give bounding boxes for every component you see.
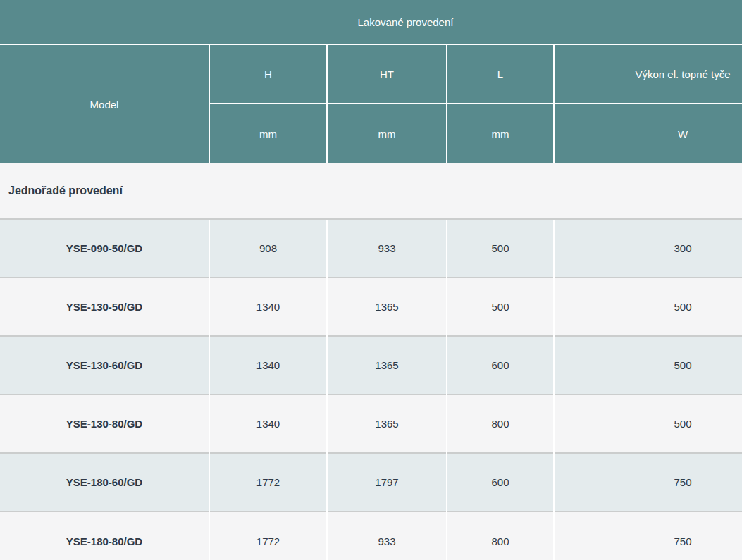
l-cell: 500: [447, 219, 554, 278]
table-title-row: Lakované provedení: [0, 0, 742, 44]
ht-cell: 1365: [327, 278, 447, 336]
model-cell: YSE-180-60/GD: [0, 453, 209, 511]
model-cell: YSE-130-50/GD: [0, 278, 209, 336]
section-header-label: Jednořadé provedení: [0, 163, 742, 219]
table-row: YSE-180-80/GD 1772 933 800 750: [0, 511, 742, 560]
table-row: YSE-130-80/GD 1340 1365 800 500: [0, 394, 742, 453]
model-cell: YSE-130-80/GD: [0, 394, 209, 453]
unit-ht: mm: [327, 104, 447, 163]
h-cell: 1772: [209, 511, 327, 560]
column-header-row: Model H HT L Výkon el. topné tyče: [0, 44, 742, 104]
unit-power: W: [554, 104, 742, 163]
l-cell: 600: [447, 453, 554, 511]
column-header-power: Výkon el. topné tyče: [554, 44, 742, 104]
power-cell: 750: [554, 453, 742, 511]
product-spec-table: Lakované provedení Model H HT L Výkon el…: [0, 0, 742, 560]
column-header-ht: HT: [327, 44, 447, 104]
ht-cell: 1797: [327, 453, 447, 511]
power-cell: 500: [554, 394, 742, 453]
table-header: Lakované provedení Model H HT L Výkon el…: [0, 0, 742, 163]
h-cell: 1772: [209, 453, 327, 511]
ht-cell: 1365: [327, 394, 447, 453]
table-row: YSE-180-60/GD 1772 1797 600 750: [0, 453, 742, 511]
model-cell: YSE-090-50/GD: [0, 219, 209, 278]
unit-h: mm: [209, 104, 327, 163]
h-cell: 1340: [209, 336, 327, 394]
column-header-h: H: [209, 44, 327, 104]
table-row: YSE-130-50/GD 1340 1365 500 500: [0, 278, 742, 336]
column-header-l: L: [447, 44, 554, 104]
ht-cell: 933: [327, 219, 447, 278]
l-cell: 800: [447, 511, 554, 560]
table-row: YSE-090-50/GD 908 933 500 300: [0, 219, 742, 278]
unit-l: mm: [447, 104, 554, 163]
table-row: YSE-130-60/GD 1340 1365 600 500: [0, 336, 742, 394]
power-cell: 500: [554, 278, 742, 336]
power-cell: 750: [554, 511, 742, 560]
ht-cell: 933: [327, 511, 447, 560]
ht-cell: 1365: [327, 336, 447, 394]
h-cell: 1340: [209, 278, 327, 336]
section-header-row: Jednořadé provedení: [0, 163, 742, 219]
model-cell: YSE-180-80/GD: [0, 511, 209, 560]
model-cell: YSE-130-60/GD: [0, 336, 209, 394]
power-cell: 300: [554, 219, 742, 278]
column-header-model: Model: [0, 44, 209, 163]
power-cell: 500: [554, 336, 742, 394]
l-cell: 800: [447, 394, 554, 453]
table-title: Lakované provedení: [0, 0, 742, 44]
l-cell: 600: [447, 336, 554, 394]
table-body: Jednořadé provedení YSE-090-50/GD 908 93…: [0, 163, 742, 560]
table-viewport: Lakované provedení Model H HT L Výkon el…: [0, 0, 742, 560]
h-cell: 908: [209, 219, 327, 278]
l-cell: 500: [447, 278, 554, 336]
h-cell: 1340: [209, 394, 327, 453]
